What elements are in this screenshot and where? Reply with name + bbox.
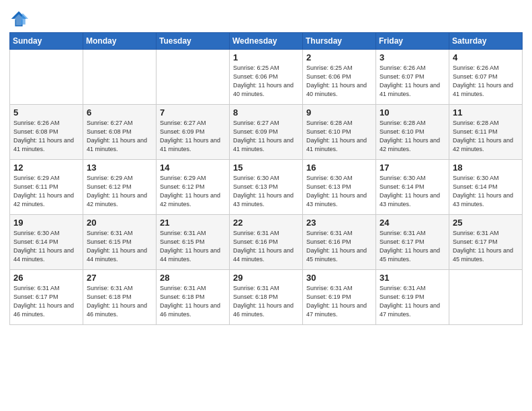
day-info: Sunrise: 6:31 AMSunset: 6:16 PMDaylight:…: [233, 229, 299, 264]
day-info: Sunrise: 6:31 AMSunset: 6:17 PMDaylight:…: [453, 229, 519, 264]
calendar-cell: 3Sunrise: 6:26 AMSunset: 6:07 PMDaylight…: [376, 50, 449, 105]
header-row: [9, 7, 523, 28]
calendar-cell: 23Sunrise: 6:31 AMSunset: 6:16 PMDayligh…: [303, 215, 376, 270]
day-info: Sunrise: 6:26 AMSunset: 6:08 PMDaylight:…: [13, 119, 79, 154]
header-saturday: Saturday: [449, 33, 523, 50]
calendar-cell: 24Sunrise: 6:31 AMSunset: 6:17 PMDayligh…: [376, 215, 449, 270]
calendar-cell: 1Sunrise: 6:25 AMSunset: 6:06 PMDaylight…: [230, 50, 303, 105]
calendar-cell: 4Sunrise: 6:26 AMSunset: 6:07 PMDaylight…: [449, 50, 523, 105]
day-number: 20: [87, 218, 152, 228]
logo: [9, 9, 30, 28]
day-number: 19: [13, 218, 79, 228]
header-monday: Monday: [83, 33, 157, 50]
calendar-cell: 26Sunrise: 6:31 AMSunset: 6:17 PMDayligh…: [10, 270, 83, 325]
day-info: Sunrise: 6:31 AMSunset: 6:18 PMDaylight:…: [233, 284, 299, 319]
day-info: Sunrise: 6:27 AMSunset: 6:09 PMDaylight:…: [233, 119, 299, 154]
calendar-week-4: 19Sunrise: 6:30 AMSunset: 6:14 PMDayligh…: [10, 215, 523, 270]
day-number: 14: [160, 163, 226, 173]
calendar-cell: 19Sunrise: 6:30 AMSunset: 6:14 PMDayligh…: [10, 215, 83, 270]
calendar-header: Sunday Monday Tuesday Wednesday Thursday…: [10, 33, 523, 50]
header-sunday: Sunday: [10, 33, 83, 50]
calendar-week-5: 26Sunrise: 6:31 AMSunset: 6:17 PMDayligh…: [10, 270, 523, 325]
calendar-cell: 14Sunrise: 6:29 AMSunset: 6:12 PMDayligh…: [157, 160, 230, 215]
calendar-cell: [449, 270, 523, 325]
day-number: 15: [233, 163, 299, 173]
day-info: Sunrise: 6:25 AMSunset: 6:06 PMDaylight:…: [306, 64, 372, 99]
header-tuesday: Tuesday: [157, 33, 230, 50]
day-info: Sunrise: 6:31 AMSunset: 6:18 PMDaylight:…: [87, 284, 152, 319]
day-number: 23: [306, 218, 372, 228]
header-friday: Friday: [376, 33, 449, 50]
day-info: Sunrise: 6:28 AMSunset: 6:11 PMDaylight:…: [453, 119, 519, 154]
day-number: 16: [306, 163, 372, 173]
day-info: Sunrise: 6:29 AMSunset: 6:12 PMDaylight:…: [160, 174, 226, 209]
day-info: Sunrise: 6:31 AMSunset: 6:15 PMDaylight:…: [87, 229, 152, 264]
day-info: Sunrise: 6:27 AMSunset: 6:08 PMDaylight:…: [87, 119, 152, 154]
day-number: 10: [380, 107, 445, 118]
day-number: 13: [87, 163, 152, 173]
calendar-cell: 11Sunrise: 6:28 AMSunset: 6:11 PMDayligh…: [449, 105, 523, 160]
calendar-cell: 6Sunrise: 6:27 AMSunset: 6:08 PMDaylight…: [83, 105, 157, 160]
day-number: 3: [380, 52, 445, 62]
day-number: 4: [453, 52, 519, 62]
day-info: Sunrise: 6:31 AMSunset: 6:15 PMDaylight:…: [160, 229, 226, 264]
day-number: 30: [306, 273, 372, 283]
calendar-cell: 13Sunrise: 6:29 AMSunset: 6:12 PMDayligh…: [83, 160, 157, 215]
day-info: Sunrise: 6:30 AMSunset: 6:13 PMDaylight:…: [306, 174, 372, 209]
day-number: 21: [160, 218, 226, 228]
day-number: 6: [87, 107, 152, 118]
day-number: 27: [87, 273, 152, 283]
day-info: Sunrise: 6:29 AMSunset: 6:11 PMDaylight:…: [13, 174, 79, 209]
calendar-cell: 25Sunrise: 6:31 AMSunset: 6:17 PMDayligh…: [449, 215, 523, 270]
day-number: 2: [306, 52, 372, 62]
day-number: 25: [453, 218, 519, 228]
day-info: Sunrise: 6:31 AMSunset: 6:19 PMDaylight:…: [306, 284, 372, 319]
calendar-cell: 27Sunrise: 6:31 AMSunset: 6:18 PMDayligh…: [83, 270, 157, 325]
calendar-cell: [83, 50, 157, 105]
day-info: Sunrise: 6:30 AMSunset: 6:14 PMDaylight:…: [13, 229, 79, 264]
calendar-cell: 5Sunrise: 6:26 AMSunset: 6:08 PMDaylight…: [10, 105, 83, 160]
day-number: 28: [160, 273, 226, 283]
day-info: Sunrise: 6:28 AMSunset: 6:10 PMDaylight:…: [306, 119, 372, 154]
day-number: 9: [306, 107, 372, 118]
day-info: Sunrise: 6:31 AMSunset: 6:17 PMDaylight:…: [13, 284, 79, 319]
day-info: Sunrise: 6:30 AMSunset: 6:14 PMDaylight:…: [453, 174, 519, 209]
calendar-body: 1Sunrise: 6:25 AMSunset: 6:06 PMDaylight…: [10, 50, 523, 325]
page: Sunday Monday Tuesday Wednesday Thursday…: [0, 0, 532, 411]
calendar-cell: 31Sunrise: 6:31 AMSunset: 6:19 PMDayligh…: [376, 270, 449, 325]
calendar-cell: 21Sunrise: 6:31 AMSunset: 6:15 PMDayligh…: [157, 215, 230, 270]
calendar-cell: 17Sunrise: 6:30 AMSunset: 6:14 PMDayligh…: [376, 160, 449, 215]
day-info: Sunrise: 6:31 AMSunset: 6:18 PMDaylight:…: [160, 284, 226, 319]
calendar-cell: 10Sunrise: 6:28 AMSunset: 6:10 PMDayligh…: [376, 105, 449, 160]
calendar-cell: 28Sunrise: 6:31 AMSunset: 6:18 PMDayligh…: [157, 270, 230, 325]
calendar-cell: 16Sunrise: 6:30 AMSunset: 6:13 PMDayligh…: [303, 160, 376, 215]
calendar-cell: [157, 50, 230, 105]
calendar-week-1: 1Sunrise: 6:25 AMSunset: 6:06 PMDaylight…: [10, 50, 523, 105]
calendar-cell: 20Sunrise: 6:31 AMSunset: 6:15 PMDayligh…: [83, 215, 157, 270]
header-wednesday: Wednesday: [230, 33, 303, 50]
day-info: Sunrise: 6:31 AMSunset: 6:19 PMDaylight:…: [380, 284, 445, 319]
day-number: 11: [453, 107, 519, 118]
day-number: 7: [160, 107, 226, 118]
calendar-week-3: 12Sunrise: 6:29 AMSunset: 6:11 PMDayligh…: [10, 160, 523, 215]
day-number: 17: [380, 163, 445, 173]
day-number: 1: [233, 52, 299, 62]
calendar-cell: 18Sunrise: 6:30 AMSunset: 6:14 PMDayligh…: [449, 160, 523, 215]
day-number: 22: [233, 218, 299, 228]
day-info: Sunrise: 6:30 AMSunset: 6:14 PMDaylight:…: [380, 174, 445, 209]
day-info: Sunrise: 6:31 AMSunset: 6:16 PMDaylight:…: [306, 229, 372, 264]
day-number: 5: [13, 107, 79, 118]
day-number: 12: [13, 163, 79, 173]
day-number: 31: [380, 273, 445, 283]
calendar-week-2: 5Sunrise: 6:26 AMSunset: 6:08 PMDaylight…: [10, 105, 523, 160]
day-number: 24: [380, 218, 445, 228]
day-info: Sunrise: 6:29 AMSunset: 6:12 PMDaylight:…: [87, 174, 152, 209]
calendar-cell: 15Sunrise: 6:30 AMSunset: 6:13 PMDayligh…: [230, 160, 303, 215]
day-info: Sunrise: 6:31 AMSunset: 6:17 PMDaylight:…: [380, 229, 445, 264]
header-row-days: Sunday Monday Tuesday Wednesday Thursday…: [10, 33, 523, 50]
calendar-cell: 7Sunrise: 6:27 AMSunset: 6:09 PMDaylight…: [157, 105, 230, 160]
day-number: 29: [233, 273, 299, 283]
calendar-cell: 8Sunrise: 6:27 AMSunset: 6:09 PMDaylight…: [230, 105, 303, 160]
calendar-cell: 29Sunrise: 6:31 AMSunset: 6:18 PMDayligh…: [230, 270, 303, 325]
logo-icon: [9, 9, 28, 28]
